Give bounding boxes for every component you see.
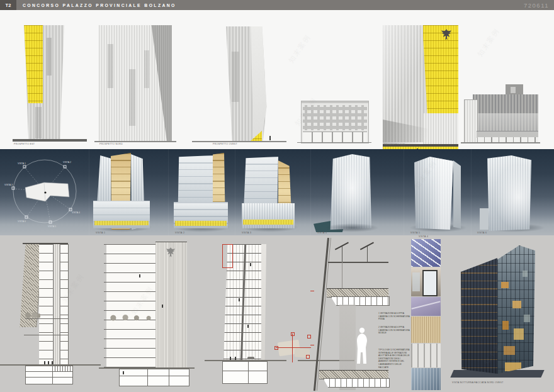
render-right-face bbox=[497, 245, 535, 374]
panel-tag: T2 bbox=[0, 0, 16, 10]
render-view-2 bbox=[171, 152, 232, 233]
striped-facade-wall bbox=[155, 242, 187, 368]
car-figure bbox=[247, 357, 254, 359]
elevation-label: PROSPETTO EST bbox=[14, 143, 35, 145]
view-label: VISTA 1 bbox=[96, 232, 105, 234]
basement-levels bbox=[119, 369, 189, 386]
person-silhouette-icon bbox=[353, 327, 371, 366]
basement-levels bbox=[25, 366, 73, 384]
photo-mullion-facade bbox=[411, 344, 441, 367]
detail-note-2: 2 VETRAZIONE A DOPPIA CAMERA CON SCHERMA… bbox=[378, 326, 410, 335]
elevation-label: PROSPETTO OVEST bbox=[213, 143, 237, 145]
compass-view-label: VISTA 2 bbox=[63, 161, 71, 164]
render-view-1 bbox=[92, 152, 152, 233]
terrace-trees bbox=[24, 311, 40, 318]
view-label: VISTA 6 bbox=[477, 232, 487, 234]
detail-note-paragraph: TIPOLOGIE DI SCHERMATURA INTERNA ALLE VE… bbox=[378, 349, 410, 369]
photo-strip-caption: VISTA 4 bbox=[419, 235, 428, 238]
building-section-1 bbox=[6, 243, 94, 386]
photo-interior-window bbox=[411, 267, 441, 296]
person-figure bbox=[269, 136, 271, 140]
compass-view-label: VISTA 4 bbox=[72, 211, 80, 214]
ground-bar bbox=[13, 139, 87, 142]
photo-wood-slats bbox=[411, 316, 441, 343]
view-label: VISTA 5 bbox=[410, 232, 420, 234]
eagle-emblem-icon bbox=[441, 28, 452, 42]
person-figure bbox=[250, 263, 251, 266]
render-view-3 bbox=[238, 152, 301, 233]
elevation-label: PROSPETTO NORD bbox=[99, 143, 123, 145]
compass-view-label: VISTA 6 bbox=[18, 220, 26, 223]
photo-glass-facade bbox=[411, 368, 441, 390]
terrace-trees bbox=[108, 313, 154, 321]
person-figure bbox=[239, 298, 240, 301]
basement-levels bbox=[222, 361, 268, 384]
view-label: VISTA 4 bbox=[317, 232, 327, 234]
photo-reference-strip: VISTA 4 bbox=[411, 235, 441, 390]
detail-callout-box bbox=[222, 244, 233, 268]
compass-view-label: VISTA 5 bbox=[48, 225, 56, 228]
elevation-south-drawing bbox=[383, 25, 458, 142]
entry-code: 720611 bbox=[524, 2, 549, 9]
sections-band: 1 VETRAZIONE A DOPPIA CAMERA CON SCHERMA… bbox=[0, 235, 554, 392]
page-title: CONCORSO PALAZZO PROVINCIALE BOLZANO bbox=[23, 3, 176, 8]
detail-note-1: 1 VETRAZIONE A DOPPIA CAMERA CON SCHERMA… bbox=[378, 312, 410, 321]
photo-louvers-sky bbox=[411, 239, 441, 267]
photo-facade-corner bbox=[411, 297, 441, 316]
header-bar: T2 CONCORSO PALAZZO PROVINCIALE BOLZANO … bbox=[0, 0, 554, 10]
render-caption: VISTA NOTTURNA FACCIATA NORD OVEST bbox=[452, 381, 504, 384]
elevation-east-drawing bbox=[21, 25, 65, 140]
elevation-west-drawing bbox=[195, 26, 283, 141]
person-figure bbox=[247, 325, 249, 328]
view-label: VISTA 3 bbox=[242, 232, 251, 234]
elevations-band: PROSPETTO EST PROSPETTO NORD PROSPETTO O… bbox=[0, 10, 554, 149]
compass-view-label: VISTA 1 bbox=[18, 162, 26, 165]
night-render: VISTA NOTTURNA FACCIATA NORD OVEST bbox=[448, 240, 546, 388]
person-figure bbox=[235, 357, 236, 360]
render-view-4 bbox=[314, 150, 402, 235]
person-figure bbox=[230, 357, 231, 360]
eagle-emblem-icon bbox=[166, 247, 176, 259]
key-plan-sketch bbox=[276, 333, 311, 362]
building-section-3 bbox=[217, 242, 327, 389]
view-label: VISTA 2 bbox=[175, 232, 184, 234]
render-views-band: VISTA 1 VISTA 2 VISTA 3 VISTA 4 VISTA 5 … bbox=[0, 149, 554, 235]
elevation-label: PROSPETTO SUD bbox=[384, 143, 405, 146]
render-view-6 bbox=[473, 150, 553, 233]
compass-view-label: VISTA 3 bbox=[4, 184, 13, 186]
person-figure bbox=[162, 305, 163, 308]
competition-board: T2 CONCORSO PALAZZO PROVINCIALE BOLZANO … bbox=[0, 0, 554, 392]
elevation-north-drawing bbox=[99, 25, 172, 141]
building-section-2 bbox=[104, 242, 189, 386]
view-compass-diagram: VISTA 1 VISTA 2 VISTA 3 VISTA 4 VISTA 5 … bbox=[3, 153, 87, 232]
person-figure bbox=[123, 371, 124, 374]
context-buildings-elevation bbox=[464, 84, 538, 142]
person-figure bbox=[139, 274, 140, 277]
facade-detail-drawing: 1 VETRAZIONE A DOPPIA CAMERA CON SCHERMA… bbox=[312, 238, 412, 390]
